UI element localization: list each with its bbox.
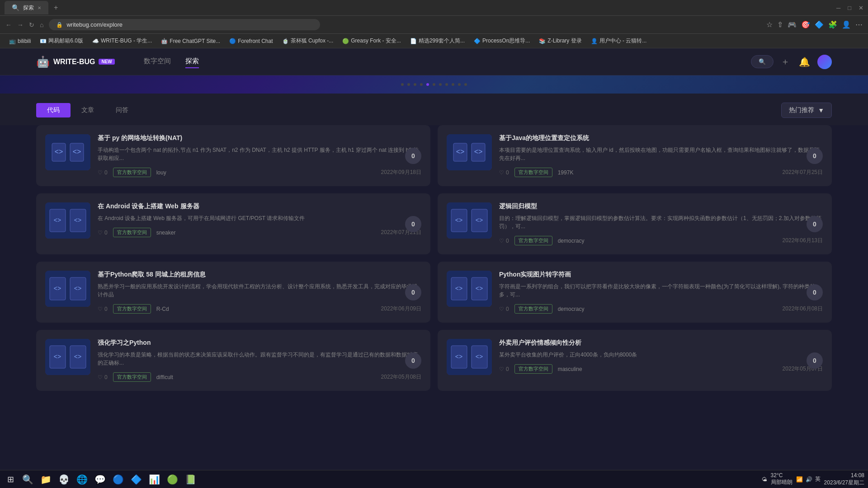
svg-text:<>: <> — [476, 216, 483, 224]
card-thumbnail-food-delivery: <> <> — [447, 339, 492, 375]
card-title-android-web: 在 Android 设备上搭建 Web 服务器 — [98, 202, 421, 211]
banner-dot-2[interactable] — [407, 83, 410, 86]
new-tab-button[interactable]: + — [52, 2, 60, 14]
card-date-python-58: 2022年06月09日 — [381, 305, 421, 313]
nav-explore[interactable]: 探索 — [185, 55, 199, 68]
taskbar-app3[interactable]: 🔷 — [128, 471, 144, 488]
taskbar-file-explorer[interactable]: 📁 — [38, 471, 54, 488]
card-desc-food-delivery: 某外卖平台收集的用户评价，正向4000条，负向约8000条 — [499, 351, 823, 359]
taskbar-excel[interactable]: 📗 — [182, 471, 198, 488]
refresh-button[interactable]: ↻ — [29, 21, 34, 28]
sort-dropdown[interactable]: 热门推荐 ▼ — [781, 103, 832, 118]
clock-date: 2023/6/27星期二 — [824, 479, 864, 487]
nav-digital-space[interactable]: 数字空间 — [144, 55, 171, 68]
banner-dot-6[interactable] — [433, 83, 435, 86]
minimize-button[interactable]: ─ — [836, 5, 840, 11]
banner-dot-11[interactable] — [464, 83, 467, 86]
taskbar-app5[interactable]: 🟢 — [164, 471, 180, 488]
svg-text:<>: <> — [74, 353, 81, 360]
banner-dot-4[interactable] — [420, 83, 423, 86]
banner-dot-1[interactable] — [401, 83, 404, 86]
header-search-button[interactable]: 🔍 — [751, 55, 774, 68]
profile-icon[interactable]: 👤 — [842, 20, 851, 29]
banner-dot-3[interactable] — [414, 83, 416, 86]
card-java-geo[interactable]: <> <> 基于Java的地理位置查定位系统 本项目需要的是地理位置查询系统，输… — [438, 125, 832, 186]
card-python-image[interactable]: <> <> Python实现图片转字符画 字符画是一系列字的组合，我们可以把字符… — [438, 262, 832, 323]
taskbar-wechat[interactable]: 💬 — [92, 471, 108, 488]
filter-tab-code[interactable]: 代码 — [36, 103, 71, 117]
taskbar-clock[interactable]: 14:08 2023/6/27星期二 — [824, 472, 864, 486]
banner-dot-7[interactable] — [439, 83, 442, 86]
banner-dot-5[interactable] — [426, 83, 429, 86]
network-icon[interactable]: 📶 — [796, 476, 803, 483]
svg-text:<>: <> — [455, 216, 462, 224]
writebug-favicon: ☁️ — [92, 38, 99, 44]
bookmark-usercenter[interactable]: 👤 用户中心 - 云猫转... — [587, 36, 651, 46]
site-logo[interactable]: 🤖 WRITE-BUG NEW — [36, 56, 115, 68]
taskbar-search[interactable]: 🔍 — [19, 471, 36, 488]
menu-icon[interactable]: ⋯ — [855, 20, 863, 29]
extension2-icon[interactable]: 🎯 — [801, 20, 810, 29]
card-rl-python[interactable]: <> <> 强化学习之Python 强化学习的本质是策略，根据当前的状态来决策应… — [36, 330, 430, 391]
extension3-icon[interactable]: 🔷 — [815, 20, 824, 29]
banner-dot-8[interactable] — [445, 83, 448, 86]
filter-tab-article[interactable]: 文章 — [71, 103, 105, 117]
weather-desc: 局部晴朗 — [771, 479, 793, 486]
bookmark-bilibili[interactable]: 📺 bilibili — [5, 37, 34, 46]
home-button[interactable]: ⌂ — [40, 21, 43, 28]
card-date-java-geo: 2022年07月25日 — [783, 169, 823, 176]
bookmark-writebug-label: WRITE-BUG - 学生... — [101, 37, 152, 45]
bookmark-jingxuan[interactable]: 📄 精选299套个人简... — [406, 36, 468, 46]
forward-button[interactable]: → — [17, 21, 24, 28]
bookmark-writebug[interactable]: ☁️ WRITE-BUG - 学生... — [89, 36, 156, 46]
card-thumbnail-logic-regression: <> <> — [447, 202, 492, 239]
card-android-web[interactable]: <> <> 在 Android 设备上搭建 Web 服务器 在 Android … — [36, 193, 430, 254]
taskbar-app1[interactable]: 💀 — [56, 471, 72, 488]
logo-badge: NEW — [99, 59, 114, 65]
maximize-button[interactable]: □ — [848, 5, 851, 11]
banner-dot-9[interactable] — [452, 83, 454, 86]
bookmark-zlibrary[interactable]: 📚 Z-Library 登录 — [535, 36, 585, 46]
add-button[interactable]: ＋ — [779, 54, 792, 70]
bookmark-forefront[interactable]: 🔵 Forefront Chat — [226, 37, 276, 46]
bookmark-processon[interactable]: 🔷 ProcessOn思维导... — [470, 36, 533, 46]
logo-text: WRITE-BUG — [53, 58, 95, 66]
star-icon[interactable]: ☆ — [766, 20, 773, 29]
card-thumbnail-python-58: <> <> — [45, 271, 90, 307]
taskbar-app2[interactable]: 🔵 — [110, 471, 126, 488]
card-desc-python-58: 熟悉并学习一般的应用系统开发设计的流程，学会用现代软件工程的方法分析、设计整个应… — [98, 282, 421, 299]
close-button[interactable]: ✕ — [859, 5, 863, 11]
user-avatar[interactable] — [817, 55, 832, 69]
address-bar[interactable]: 🔒 writebug.com/explore — [49, 19, 320, 30]
browser-chrome: 🔍 探索 ✕ + ─ □ ✕ — [0, 0, 868, 16]
card-nat[interactable]: <> <> 基于 py 的网络地址转换(NAT) 手动构造一个包含两个 nat … — [36, 125, 430, 186]
sort-chevron-icon: ▼ — [818, 107, 824, 114]
extension4-icon[interactable]: 🧩 — [828, 20, 837, 29]
card-desc-logic-regression: 目的：理解逻辑回归模型，掌握逻辑回归模型的参数估计算法。要求：实现两种拟失函数的… — [499, 214, 823, 230]
notification-button[interactable]: 🔔 — [797, 55, 812, 69]
start-button[interactable]: ⊞ — [4, 473, 18, 486]
card-author-python-58: R-Cd — [156, 306, 169, 312]
bookmark-netease[interactable]: 📧 网易邮箱6.0版 — [36, 36, 87, 46]
ime-label[interactable]: 英 — [815, 475, 821, 483]
bookmark-chagubai[interactable]: 🍵 茶杯狐 Cupfox -... — [278, 36, 337, 46]
card-thumbnail-android-web: <> <> — [45, 202, 90, 239]
banner-dot-10[interactable] — [458, 83, 461, 86]
browser-tab-active[interactable]: 🔍 探索 ✕ — [5, 1, 48, 14]
taskbar-app4[interactable]: 📊 — [146, 471, 162, 488]
volume-icon[interactable]: 🔊 — [806, 476, 812, 483]
taskbar-chrome[interactable]: 🌐 — [74, 471, 90, 488]
bookmark-aichat[interactable]: 🤖 Free ChatGPT Site... — [157, 37, 224, 46]
card-count-python-image: 0 — [807, 284, 823, 300]
extension1-icon[interactable]: 🎮 — [788, 20, 797, 29]
card-food-delivery[interactable]: <> <> 外卖用户评价情感倾向性分析 某外卖平台收集的用户评价，正向4000条… — [438, 330, 832, 391]
back-button[interactable]: ← — [5, 21, 12, 28]
bookmarks-bar: 📺 bilibili 📧 网易邮箱6.0版 ☁️ WRITE-BUG - 学生.… — [0, 34, 868, 48]
share-icon[interactable]: ⇧ — [777, 20, 783, 29]
card-desc-nat: 手动构造一个包含两个 nat 的拓扑,节点 n1 作为 SNAT，n2 作为 D… — [98, 146, 421, 162]
bookmark-greasyfork[interactable]: 🟢 Greasy Fork - 安全... — [339, 36, 405, 46]
filter-tab-qa[interactable]: 问答 — [105, 103, 139, 117]
card-logic-regression[interactable]: <> <> 逻辑回归模型 目的：理解逻辑回归模型，掌握逻辑回归模型的参数估计算法… — [438, 193, 832, 254]
tab-close-button[interactable]: ✕ — [38, 5, 41, 10]
card-python-58[interactable]: <> <> 基于Python爬取 58 同城上的租房信息 熟悉并学习一般的应用系… — [36, 262, 430, 323]
